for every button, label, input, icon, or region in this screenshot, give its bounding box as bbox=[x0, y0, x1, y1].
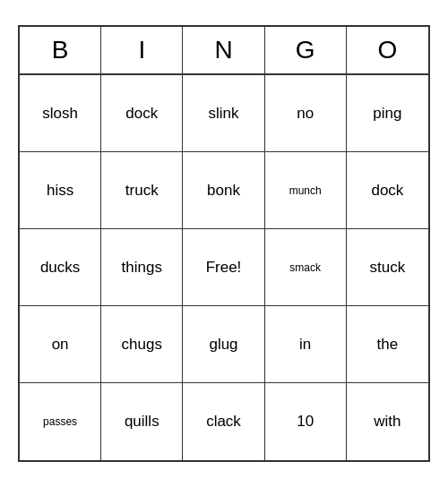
bingo-cell[interactable]: hiss bbox=[20, 152, 101, 229]
bingo-cell[interactable]: truck bbox=[101, 152, 183, 229]
bingo-cell[interactable]: ducks bbox=[20, 229, 101, 306]
bingo-cell[interactable]: Free! bbox=[183, 229, 264, 306]
bingo-cell[interactable]: quills bbox=[101, 383, 183, 460]
bingo-cell[interactable]: ping bbox=[347, 75, 428, 152]
bingo-cell[interactable]: bonk bbox=[183, 152, 264, 229]
bingo-cell[interactable]: slosh bbox=[20, 75, 101, 152]
header-letter: G bbox=[265, 27, 347, 73]
bingo-cell[interactable]: chugs bbox=[101, 306, 183, 383]
bingo-cell[interactable]: the bbox=[347, 306, 428, 383]
bingo-cell[interactable]: 10 bbox=[265, 383, 347, 460]
bingo-cell[interactable]: in bbox=[265, 306, 347, 383]
bingo-cell[interactable]: passes bbox=[20, 383, 101, 460]
header-letter: N bbox=[183, 27, 264, 73]
bingo-card: BINGO sloshdockslinknopinghisstruckbonkm… bbox=[18, 25, 430, 462]
bingo-cell[interactable]: munch bbox=[265, 152, 347, 229]
bingo-cell[interactable]: with bbox=[347, 383, 428, 460]
bingo-header: BINGO bbox=[20, 27, 428, 75]
bingo-cell[interactable]: things bbox=[101, 229, 183, 306]
header-letter: O bbox=[347, 27, 428, 73]
bingo-cell[interactable]: clack bbox=[183, 383, 264, 460]
bingo-cell[interactable]: slink bbox=[183, 75, 264, 152]
header-letter: B bbox=[20, 27, 101, 73]
bingo-grid: sloshdockslinknopinghisstruckbonkmunchdo… bbox=[20, 75, 428, 460]
bingo-cell[interactable]: dock bbox=[101, 75, 183, 152]
bingo-cell[interactable]: smack bbox=[265, 229, 347, 306]
bingo-cell[interactable]: on bbox=[20, 306, 101, 383]
bingo-cell[interactable]: glug bbox=[183, 306, 264, 383]
bingo-cell[interactable]: stuck bbox=[347, 229, 428, 306]
header-letter: I bbox=[101, 27, 183, 73]
bingo-cell[interactable]: no bbox=[265, 75, 347, 152]
bingo-cell[interactable]: dock bbox=[347, 152, 428, 229]
